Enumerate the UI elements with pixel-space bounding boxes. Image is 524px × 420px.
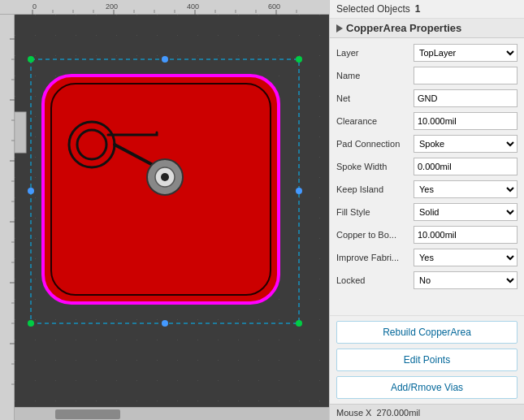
prop-label-locked: Locked bbox=[336, 275, 414, 285]
prop-value-improve-fabri[interactable]: Yes No bbox=[414, 249, 518, 266]
prop-value-pad-connection[interactable]: Spoke Direct None bbox=[414, 135, 518, 153]
prop-value-spoke-width[interactable] bbox=[414, 158, 518, 175]
handle-tr bbox=[296, 56, 302, 63]
handle-tm bbox=[162, 56, 168, 63]
collapse-triangle[interactable] bbox=[336, 24, 343, 32]
copper-to-board-input[interactable] bbox=[414, 226, 518, 244]
prop-label-clearance: Clearance bbox=[336, 116, 414, 126]
handle-bl bbox=[28, 320, 34, 327]
prop-label-keep-island: Keep Island bbox=[336, 184, 414, 194]
improve-fabri-select[interactable]: Yes No bbox=[414, 249, 518, 266]
canvas-area[interactable]: 0 200 400 600 bbox=[0, 0, 329, 420]
prop-label-spoke-width: Spoke Width bbox=[336, 162, 414, 171]
prop-label-copper-to-board: Copper to Bo... bbox=[336, 230, 414, 240]
scrollbar-horizontal[interactable] bbox=[15, 407, 329, 420]
handle-tl bbox=[28, 56, 34, 63]
handle-mr bbox=[296, 188, 302, 194]
selected-label: Selected Objects bbox=[336, 3, 410, 15]
buttons-area: Rebuild CopperArea Edit Points Add/Rmove… bbox=[330, 315, 524, 404]
layer-select[interactable]: TopLayer BottomLayer InnerLayer1 bbox=[414, 44, 518, 62]
pad-connection-select[interactable]: Spoke Direct None bbox=[414, 135, 518, 153]
prop-label-pad-connection: Pad Connection bbox=[336, 139, 414, 149]
mouse-x-value: 270.000mil bbox=[376, 408, 420, 418]
prop-label-fill-style: Fill Style bbox=[336, 207, 414, 217]
props-title: CopperArea Properties bbox=[346, 22, 461, 34]
prop-value-layer[interactable]: TopLayer BottomLayer InnerLayer1 bbox=[414, 44, 518, 62]
selected-bar: Selected Objects 1 bbox=[330, 0, 524, 19]
props-body: Layer TopLayer BottomLayer InnerLayer1 N… bbox=[330, 38, 524, 315]
prop-label-name: Name bbox=[336, 71, 414, 80]
prop-value-fill-style[interactable]: Solid None bbox=[414, 203, 518, 221]
handle-ml bbox=[28, 188, 34, 194]
mouse-x-label: Mouse X bbox=[336, 408, 371, 418]
handle-br bbox=[296, 320, 302, 327]
fill-style-select[interactable]: Solid None bbox=[414, 203, 518, 221]
prop-row-keep-island: Keep Island Yes No bbox=[330, 178, 524, 201]
prop-row-locked: Locked No Yes bbox=[330, 269, 524, 292]
prop-label-layer: Layer bbox=[336, 48, 414, 58]
prop-row-name: Name bbox=[330, 64, 524, 87]
prop-row-layer: Layer TopLayer BottomLayer InnerLayer1 bbox=[330, 41, 524, 64]
prop-row-fill-style: Fill Style Solid None bbox=[330, 201, 524, 223]
status-bar: Mouse X 270.000mil bbox=[330, 404, 524, 420]
side-panel-indicator bbox=[15, 112, 26, 153]
props-header: CopperArea Properties bbox=[330, 19, 524, 38]
pcb-pad-center bbox=[161, 173, 169, 181]
prop-row-copper-to-board: Copper to Bo... bbox=[330, 223, 524, 246]
clearance-input[interactable] bbox=[414, 112, 518, 130]
add-remove-vias-button[interactable]: Add/Rmove Vias bbox=[336, 376, 518, 399]
prop-value-name[interactable] bbox=[414, 67, 518, 84]
name-input[interactable] bbox=[414, 67, 518, 84]
prop-row-spoke-width: Spoke Width bbox=[330, 155, 524, 178]
prop-label-improve-fabri: Improve Fabri... bbox=[336, 253, 414, 262]
prop-row-clearance: Clearance bbox=[330, 110, 524, 132]
edit-points-button[interactable]: Edit Points bbox=[336, 349, 518, 371]
rebuild-copperarea-button[interactable]: Rebuild CopperArea bbox=[336, 321, 518, 344]
grid-svg bbox=[15, 15, 329, 404]
keep-island-select[interactable]: Yes No bbox=[414, 180, 518, 198]
handle-bm bbox=[162, 320, 168, 327]
prop-label-net: Net bbox=[336, 93, 414, 103]
selected-count: 1 bbox=[415, 3, 421, 15]
prop-value-keep-island[interactable]: Yes No bbox=[414, 180, 518, 198]
locked-select[interactable]: No Yes bbox=[414, 271, 518, 289]
prop-row-net: Net bbox=[330, 87, 524, 110]
spoke-width-input[interactable] bbox=[414, 158, 518, 175]
prop-row-pad-connection: Pad Connection Spoke Direct None bbox=[330, 132, 524, 155]
prop-value-net[interactable] bbox=[414, 89, 518, 107]
net-input[interactable] bbox=[414, 89, 518, 107]
prop-row-improve-fabri: Improve Fabri... Yes No bbox=[330, 246, 524, 269]
ruler-left-ticks bbox=[0, 15, 15, 420]
right-panel: Selected Objects 1 CopperArea Properties… bbox=[329, 0, 524, 420]
grid-canvas[interactable] bbox=[15, 15, 329, 404]
ruler-left bbox=[0, 15, 15, 420]
prop-value-clearance[interactable] bbox=[414, 112, 518, 130]
prop-value-copper-to-board[interactable] bbox=[414, 226, 518, 244]
scrollbar-thumb[interactable] bbox=[55, 409, 120, 419]
prop-value-locked[interactable]: No Yes bbox=[414, 271, 518, 289]
ruler-top: 0 200 400 600 bbox=[0, 0, 329, 15]
